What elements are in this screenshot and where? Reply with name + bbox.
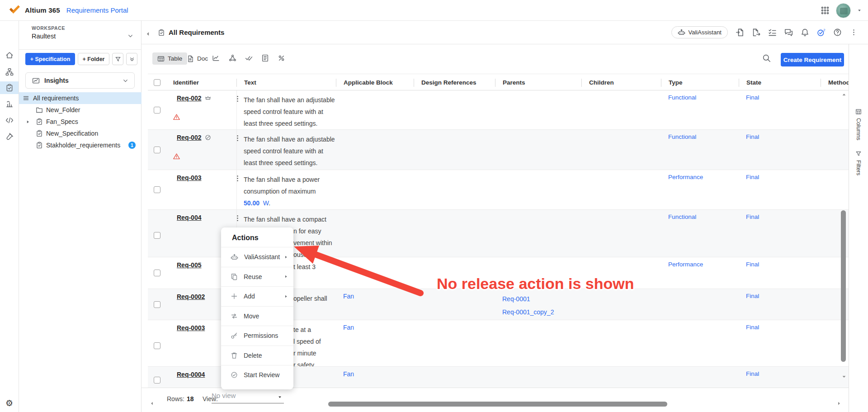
requirement-id-link[interactable]: Req-002 (177, 134, 201, 141)
column-header-identifier[interactable]: Identifier (166, 79, 236, 87)
settings-gear-icon[interactable]: ⚙ (0, 394, 19, 412)
type-link[interactable]: Performance (668, 174, 703, 180)
sidebar-item-new-specification[interactable]: New_Specification (19, 128, 142, 139)
rail-item-analytics[interactable] (0, 98, 19, 110)
scroll-down-icon[interactable] (841, 374, 847, 379)
select-all-checkbox[interactable] (154, 79, 160, 86)
state-link[interactable]: Final (746, 293, 759, 299)
rail-item-home[interactable] (0, 49, 19, 62)
filter-tree-button[interactable] (112, 53, 123, 65)
rail-item-requirements[interactable] (0, 81, 19, 94)
parent-link[interactable]: Req-0001 (502, 295, 530, 303)
rail-item-projects[interactable] (0, 66, 19, 78)
requirement-id-link[interactable]: Req-004 (177, 214, 201, 221)
workspace-chevron-icon[interactable] (127, 33, 134, 39)
import-icon[interactable] (735, 28, 744, 37)
requirement-id-link[interactable]: Req-002 (177, 95, 201, 102)
altium-logo-icon[interactable] (8, 3, 20, 17)
notifications-icon[interactable] (800, 28, 809, 37)
view-tab-doc[interactable]: Doc (182, 52, 213, 65)
rules-icon[interactable] (278, 54, 285, 62)
state-link[interactable]: Final (746, 370, 759, 377)
state-link[interactable]: Final (746, 324, 759, 331)
row-checkbox[interactable] (154, 270, 160, 276)
row-checkbox[interactable] (154, 147, 160, 153)
state-link[interactable]: Final (746, 133, 759, 140)
avatar[interactable] (836, 3, 851, 18)
add-folder-button[interactable]: + Folder (78, 53, 109, 65)
valiassistant-button[interactable]: ValiAssistant (671, 26, 728, 38)
row-actions-kebab-icon[interactable] (234, 214, 241, 222)
review-icon[interactable] (245, 54, 253, 62)
state-link[interactable]: Final (746, 261, 759, 268)
horizontal-scrollbar[interactable] (328, 402, 667, 407)
tasks-check-icon[interactable]: 2 (816, 28, 826, 37)
view-select[interactable]: No view (212, 392, 284, 403)
state-link[interactable]: Final (746, 94, 759, 101)
requirement-id-link[interactable]: Req-0002 (177, 293, 205, 300)
line-chart-icon[interactable] (212, 54, 220, 62)
menu-item-delete[interactable]: Delete (221, 346, 293, 365)
column-header-state[interactable]: State (739, 79, 821, 87)
row-actions-kebab-icon[interactable] (234, 95, 241, 103)
column-header-method[interactable]: Method (821, 79, 849, 87)
collapse-panel-icon[interactable] (145, 31, 151, 37)
menu-item-move[interactable]: Move (221, 306, 293, 326)
requirement-id-link[interactable]: Req-0003 (177, 324, 205, 331)
insights-chevron-icon[interactable] (122, 77, 129, 84)
row-checkbox[interactable] (154, 232, 160, 239)
state-link[interactable]: Final (746, 174, 759, 180)
row-actions-kebab-icon[interactable] (234, 134, 241, 142)
applicable-block-link[interactable]: Fan (343, 324, 354, 331)
rail-item-validate[interactable] (0, 130, 19, 143)
table-row-req-002-1[interactable]: Req-002The fan shall have an adjustables… (148, 130, 849, 170)
warning-icon[interactable] (173, 113, 180, 121)
menu-item-start-review[interactable]: Start Review (221, 365, 293, 385)
vertical-scrollbar[interactable] (841, 210, 846, 362)
row-actions-kebab-icon[interactable] (234, 175, 241, 182)
more-icon[interactable] (849, 28, 858, 36)
product-title[interactable]: Requirements Portal (66, 6, 128, 14)
column-header-text[interactable]: Text (236, 79, 336, 87)
parent-link[interactable]: Req-0001_copy_2 (502, 308, 554, 316)
sidebar-item-fan-specs[interactable]: Fan_Specs (19, 116, 142, 128)
create-requirement-button[interactable]: Create Requirement (781, 53, 844, 66)
search-icon[interactable] (762, 54, 771, 62)
menu-item-add[interactable]: Add (221, 286, 293, 306)
form-icon[interactable] (261, 54, 269, 62)
type-link[interactable]: Functional (668, 94, 696, 101)
table-row-req-003-2[interactable]: Req-003The fan shall have a powerconsump… (148, 170, 849, 210)
row-checkbox[interactable] (154, 186, 160, 193)
rail-item-code[interactable] (0, 114, 19, 127)
side-tab-filters[interactable]: Filters (849, 151, 868, 175)
menu-item-valiassistant[interactable]: ValiAssistant (221, 247, 293, 267)
row-checkbox[interactable] (154, 107, 160, 114)
type-link[interactable]: Functional (668, 133, 696, 140)
type-link[interactable]: Functional (668, 213, 696, 220)
table-row-req-002-0[interactable]: Req-002The fan shall have an adjustables… (148, 90, 849, 130)
column-header-applicable-block[interactable]: Applicable Block (336, 79, 414, 87)
state-link[interactable]: Final (746, 213, 759, 220)
apps-grid-icon[interactable] (821, 6, 830, 15)
help-icon[interactable] (833, 28, 842, 37)
warning-icon[interactable] (173, 152, 180, 160)
scroll-left-icon[interactable] (149, 401, 155, 406)
scroll-right-icon[interactable] (836, 401, 842, 406)
row-checkbox[interactable] (154, 301, 160, 308)
type-link[interactable]: Performance (668, 261, 703, 268)
requirement-id-link[interactable]: Req-005 (177, 261, 201, 269)
applicable-block-link[interactable]: Fan (343, 293, 354, 300)
column-header-design-references[interactable]: Design References (414, 79, 495, 87)
comments-icon[interactable] (784, 28, 793, 37)
side-tab-columns[interactable]: Columns (849, 109, 868, 140)
requirement-id-link[interactable]: Req-0004 (177, 371, 205, 378)
insights-item[interactable]: Insights (25, 72, 135, 89)
sidebar-item-stakholder-requierements[interactable]: Stakholder_requierements1 (19, 139, 142, 151)
menu-item-reuse[interactable]: Reuse (221, 267, 293, 287)
applicable-block-link[interactable]: Fan (343, 370, 354, 378)
export-icon[interactable] (751, 28, 760, 37)
traceability-icon[interactable] (229, 54, 236, 62)
row-checkbox[interactable] (154, 377, 160, 384)
collapse-all-button[interactable] (126, 53, 137, 65)
sidebar-item-all-requirements[interactable]: All requirements (19, 92, 142, 104)
